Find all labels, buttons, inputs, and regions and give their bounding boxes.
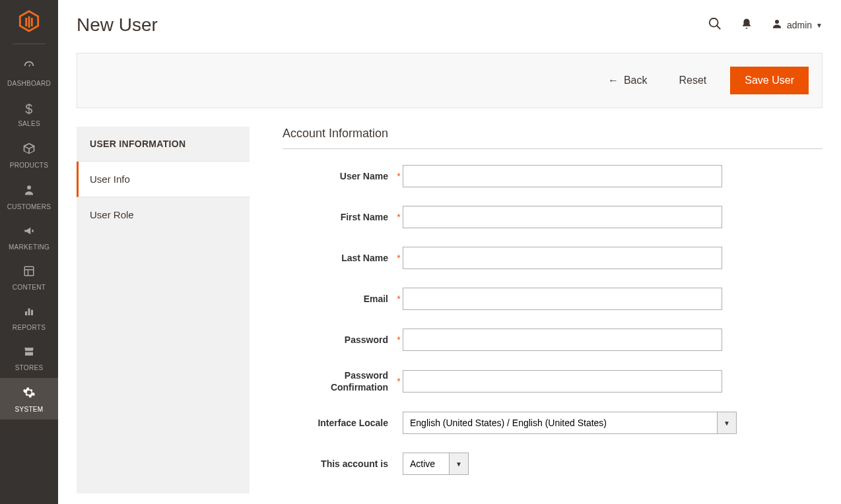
page-header: New User admin ▼ [77, 0, 823, 53]
nav-label: SALES [18, 120, 40, 127]
required-marker: * [395, 171, 403, 181]
person-icon [23, 183, 35, 200]
label-locale: Interface Locale [283, 418, 395, 428]
page-title: New User [77, 15, 158, 36]
row-password-confirm: Password Confirmation * [283, 369, 823, 393]
row-username: User Name * [283, 165, 823, 187]
nav-label: STORES [15, 364, 44, 371]
action-bar: ← Back Reset Save User [77, 53, 823, 108]
svg-rect-6 [31, 310, 33, 315]
svg-point-7 [710, 18, 718, 26]
storefront-icon [22, 346, 36, 361]
required-marker: * [395, 334, 403, 345]
tab-user-role[interactable]: User Role [77, 197, 250, 232]
sidebar: DASHBOARD $ SALES PRODUCTS CUSTOMERS MAR… [0, 0, 58, 504]
admin-account-menu[interactable]: admin ▼ [771, 18, 823, 33]
row-lastname: Last Name * [283, 247, 823, 269]
row-firstname: First Name * [283, 206, 823, 228]
svg-point-9 [775, 20, 779, 24]
password-field[interactable] [403, 329, 722, 351]
save-user-button[interactable]: Save User [730, 67, 809, 94]
header-actions: admin ▼ [708, 16, 823, 34]
label-account-is: This account is [283, 458, 395, 469]
sidebar-item-customers[interactable]: CUSTOMERS [0, 175, 58, 217]
bell-icon[interactable] [741, 17, 753, 34]
megaphone-icon [22, 225, 36, 240]
svg-rect-4 [25, 311, 27, 315]
magento-logo-icon[interactable] [16, 8, 42, 34]
row-email: Email * [283, 288, 823, 310]
layout-icon [23, 265, 35, 280]
search-icon[interactable] [708, 16, 722, 34]
required-marker [395, 458, 403, 469]
row-locale: Interface Locale English (United States)… [283, 412, 823, 434]
nav-label: PRODUCTS [10, 162, 49, 169]
sidebar-divider [13, 44, 46, 44]
tabs-heading: USER INFORMATION [77, 127, 250, 162]
chart-icon [23, 305, 35, 321]
label-lastname: Last Name [283, 253, 395, 263]
password-confirm-field[interactable] [403, 370, 722, 393]
svg-point-0 [27, 185, 31, 189]
sidebar-item-system[interactable]: SYSTEM [0, 378, 58, 420]
label-password-confirm-line2: Confirmation [331, 382, 388, 393]
section-title: Account Information [283, 127, 823, 149]
required-marker [395, 418, 403, 428]
sidebar-item-products[interactable]: PRODUCTS [0, 134, 58, 175]
label-firstname: First Name [283, 212, 395, 222]
required-marker: * [395, 253, 403, 263]
sidebar-item-sales[interactable]: $ SALES [0, 94, 58, 134]
locale-select[interactable]: English (United States) / English (Unite… [403, 412, 737, 434]
required-marker: * [395, 294, 403, 304]
required-marker: * [395, 376, 403, 387]
sidebar-item-stores[interactable]: STORES [0, 338, 58, 378]
sidebar-item-reports[interactable]: REPORTS [0, 298, 58, 338]
nav-label: CUSTOMERS [7, 203, 51, 210]
row-password: Password * [283, 329, 823, 351]
username-field[interactable] [403, 165, 722, 187]
nav-label: DASHBOARD [7, 80, 51, 87]
locale-select-wrap: English (United States) / English (Unite… [403, 412, 737, 434]
back-button[interactable]: ← Back [600, 69, 656, 92]
nav-label: MARKETING [9, 243, 50, 251]
chevron-down-icon: ▼ [816, 22, 823, 29]
main-content: New User admin ▼ ← Ba [58, 0, 841, 504]
admin-label: admin [787, 20, 812, 30]
reset-button[interactable]: Reset [671, 69, 715, 92]
reset-label: Reset [679, 75, 707, 86]
gear-icon [22, 386, 36, 402]
arrow-left-icon: ← [608, 75, 619, 86]
sidebar-item-marketing[interactable]: MARKETING [0, 217, 58, 257]
required-marker: * [395, 212, 403, 222]
label-email: Email [283, 294, 395, 304]
form-area: Account Information User Name * First Na… [283, 127, 823, 493]
nav-label: SYSTEM [15, 406, 44, 413]
nav-label: CONTENT [13, 284, 46, 291]
email-field[interactable] [403, 288, 722, 310]
account-status-select[interactable]: Active [403, 453, 469, 475]
box-icon [22, 142, 36, 158]
svg-rect-1 [24, 267, 34, 276]
nav-label: REPORTS [13, 324, 46, 331]
row-account-is: This account is Active ▼ [283, 453, 823, 475]
label-username: User Name [283, 171, 395, 181]
label-password-confirm-line1: Password [345, 370, 388, 381]
firstname-field[interactable] [403, 206, 722, 228]
lastname-field[interactable] [403, 247, 722, 269]
svg-line-8 [717, 25, 721, 29]
label-password-confirm: Password Confirmation [283, 369, 395, 393]
sidebar-item-content[interactable]: CONTENT [0, 257, 58, 298]
dollar-icon: $ [25, 102, 32, 117]
dashboard-icon [22, 59, 36, 77]
user-icon [771, 18, 783, 33]
tab-user-info[interactable]: User Info [77, 162, 250, 197]
back-label: Back [624, 75, 648, 86]
label-password: Password [283, 334, 395, 345]
tabs-panel: USER INFORMATION User Info User Role [77, 127, 250, 493]
account-status-select-wrap: Active ▼ [403, 453, 469, 475]
content-area: USER INFORMATION User Info User Role Acc… [77, 127, 823, 493]
svg-rect-5 [28, 309, 30, 316]
sidebar-item-dashboard[interactable]: DASHBOARD [0, 51, 58, 94]
